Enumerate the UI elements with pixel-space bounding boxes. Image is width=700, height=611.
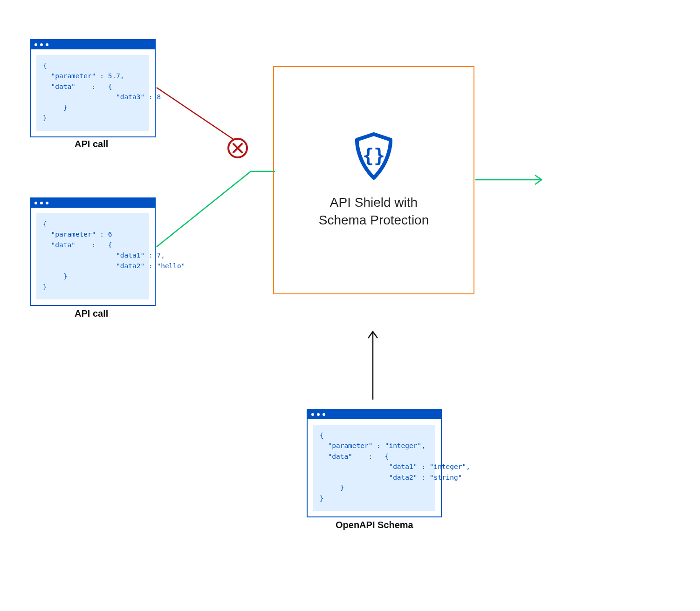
window-titlebar (31, 40, 155, 49)
shield-title-line-1: API Shield with (330, 195, 418, 210)
accepted-connector (157, 171, 275, 247)
window-dot (46, 202, 48, 204)
rejected-connector (157, 88, 237, 142)
window-titlebar (308, 410, 441, 419)
schema-window: { "parameter" : "integer", "data" : { "d… (307, 409, 442, 517)
output-arrow (475, 175, 542, 184)
schema-arrow (368, 332, 377, 400)
api-shield-box: {} API Shield with Schema Protection (273, 66, 474, 294)
svg-line-3 (233, 144, 242, 152)
api-call-window-2: { "parameter" : 6 "data" : { "data1" : 7… (30, 197, 156, 306)
code-body: { "parameter" : "integer", "data" : { "d… (313, 425, 435, 511)
code-body: { "parameter" : 6 "data" : { "data1" : 7… (36, 213, 149, 299)
svg-line-2 (233, 144, 242, 152)
shield-icon: {} (351, 131, 396, 182)
diagram-canvas: { "parameter" : 5.7, "data" : { "data3" … (0, 0, 700, 611)
window-titlebar (31, 198, 155, 208)
api-call-window-1: { "parameter" : 5.7, "data" : { "data3" … (30, 39, 156, 137)
api-call-label-1: API call (75, 139, 108, 149)
svg-text:{}: {} (363, 145, 385, 166)
svg-point-1 (228, 139, 247, 157)
shield-title-line-2: Schema Protection (319, 213, 429, 227)
window-dot (40, 202, 43, 204)
window-dot (323, 413, 325, 416)
code-body: { "parameter" : 5.7, "data" : { "data3" … (36, 55, 149, 131)
schema-label: OpenAPI Schema (336, 520, 413, 530)
window-dot (317, 413, 320, 416)
rejected-x-icon (228, 139, 247, 157)
window-dot (311, 413, 314, 416)
shield-title: API Shield with Schema Protection (319, 194, 429, 229)
window-dot (34, 202, 37, 204)
window-dot (46, 43, 48, 46)
api-call-label-2: API call (75, 308, 108, 319)
window-dot (34, 43, 37, 46)
window-dot (40, 43, 43, 46)
